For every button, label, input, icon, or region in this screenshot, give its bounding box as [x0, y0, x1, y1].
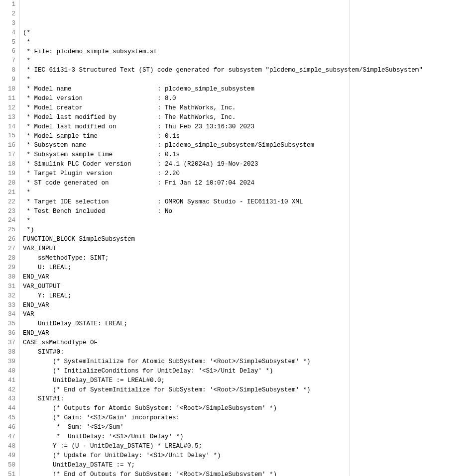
- line-number: 10: [0, 85, 19, 94]
- code-line[interactable]: * Model sample time : 0.1s: [23, 132, 475, 141]
- line-number: 31: [0, 282, 19, 291]
- line-number: 49: [0, 451, 19, 461]
- line-number: 12: [0, 103, 19, 113]
- line-number: 45: [0, 413, 19, 423]
- line-number: 34: [0, 310, 19, 319]
- code-line[interactable]: SINT#0:: [23, 348, 475, 357]
- line-number: 44: [0, 404, 19, 413]
- line-number: 38: [0, 348, 19, 357]
- code-line[interactable]: *: [23, 75, 475, 85]
- code-line[interactable]: (* End of SystemInitialize for SubSystem…: [23, 385, 475, 395]
- code-line[interactable]: *: [23, 216, 475, 226]
- code-line[interactable]: (* Update for UnitDelay: '<S1>/Unit Dela…: [23, 451, 475, 461]
- code-line[interactable]: * Model version : 8.0: [23, 94, 475, 103]
- code-line[interactable]: END_VAR: [23, 301, 475, 310]
- code-line[interactable]: * Target Plugin version : 2.20: [23, 169, 475, 179]
- code-content[interactable]: (* * * File: plcdemo_simple_subsystem.st…: [20, 0, 475, 476]
- line-number: 48: [0, 442, 19, 451]
- line-number: 19: [0, 169, 19, 179]
- code-line[interactable]: (* InitializeConditions for UnitDelay: '…: [23, 367, 475, 376]
- code-line[interactable]: Y: LREAL;: [23, 291, 475, 301]
- line-number: 4: [0, 28, 19, 38]
- line-number: 24: [0, 216, 19, 225]
- code-line[interactable]: * IEC 61131-3 Structured Text (ST) code …: [23, 66, 475, 75]
- line-number: 40: [0, 367, 19, 376]
- line-number: 42: [0, 385, 19, 395]
- code-line[interactable]: * UnitDelay: '<S1>/Unit Delay' *): [23, 432, 475, 442]
- code-line[interactable]: *): [23, 225, 475, 235]
- code-line[interactable]: * Model last modified on : Thu Feb 23 13…: [23, 122, 475, 132]
- code-line[interactable]: VAR_OUTPUT: [23, 282, 475, 291]
- line-number: 8: [0, 66, 19, 75]
- line-number: 9: [0, 75, 19, 85]
- line-number: 43: [0, 394, 19, 404]
- code-editor[interactable]: 1234567891011121314151617181920212223242…: [0, 0, 475, 476]
- code-line[interactable]: VAR_INPUT: [23, 244, 475, 254]
- line-number: 14: [0, 122, 19, 132]
- code-line[interactable]: * Target IDE selection : OMRON Sysmac St…: [23, 197, 475, 207]
- line-number: 46: [0, 423, 19, 432]
- line-number: 26: [0, 235, 19, 244]
- code-line[interactable]: SINT#1:: [23, 394, 475, 404]
- line-number: 36: [0, 329, 19, 338]
- line-number: 1: [0, 0, 19, 9]
- line-number: 17: [0, 150, 19, 160]
- code-line[interactable]: (* Gain: '<S1>/Gain' incorporates:: [23, 413, 475, 423]
- code-line[interactable]: Y := (U - UnitDelay_DSTATE) * LREAL#0.5;: [23, 442, 475, 451]
- code-line[interactable]: CASE ssMethodType OF: [23, 338, 475, 348]
- line-number: 27: [0, 244, 19, 254]
- line-number: 41: [0, 376, 19, 385]
- code-line[interactable]: * File: plcdemo_simple_subsystem.st: [23, 47, 475, 57]
- code-line[interactable]: * Subsystem name : plcdemo_simple_subsys…: [23, 141, 475, 150]
- code-line[interactable]: * Model last modified by : The MathWorks…: [23, 113, 475, 122]
- code-line[interactable]: END_VAR: [23, 273, 475, 282]
- line-number: 22: [0, 197, 19, 207]
- code-line[interactable]: * Model creator : The MathWorks, Inc.: [23, 103, 475, 113]
- code-line[interactable]: *: [23, 188, 475, 197]
- code-line[interactable]: (* SystemInitialize for Atomic SubSystem…: [23, 357, 475, 367]
- code-line[interactable]: * ST code generated on : Fri Jan 12 10:0…: [23, 179, 475, 188]
- line-number: 5: [0, 38, 19, 47]
- line-number: 2: [0, 9, 19, 19]
- line-number: 51: [0, 470, 19, 476]
- code-line[interactable]: UnitDelay_DSTATE: LREAL;: [23, 319, 475, 329]
- code-line[interactable]: * Simulink PLC Coder version : 24.1 (R20…: [23, 160, 475, 169]
- code-line[interactable]: * Test Bench included : No: [23, 207, 475, 216]
- code-line[interactable]: ssMethodType: SINT;: [23, 254, 475, 263]
- line-number: 35: [0, 319, 19, 329]
- line-number: 3: [0, 19, 19, 28]
- line-number: 6: [0, 47, 19, 56]
- line-number: 37: [0, 338, 19, 348]
- line-number-gutter: 1234567891011121314151617181920212223242…: [0, 0, 20, 476]
- line-number: 39: [0, 357, 19, 367]
- code-line[interactable]: * Sum: '<S1>/Sum': [23, 423, 475, 432]
- line-number: 21: [0, 188, 19, 197]
- line-number: 15: [0, 131, 19, 141]
- code-line[interactable]: VAR: [23, 310, 475, 319]
- code-line[interactable]: END_VAR: [23, 329, 475, 338]
- line-number: 18: [0, 160, 19, 169]
- code-line[interactable]: FUNCTION_BLOCK SimpleSubsystem: [23, 235, 475, 244]
- line-number: 11: [0, 94, 19, 103]
- line-number: 20: [0, 179, 19, 188]
- line-number: 50: [0, 461, 19, 470]
- code-line[interactable]: * Model name : plcdemo_simple_subsystem: [23, 85, 475, 94]
- line-number: 32: [0, 291, 19, 301]
- line-number: 30: [0, 273, 19, 282]
- code-line[interactable]: U: LREAL;: [23, 263, 475, 273]
- code-line[interactable]: UnitDelay_DSTATE := Y;: [23, 461, 475, 470]
- line-number: 25: [0, 225, 19, 235]
- code-line[interactable]: * Subsystem sample time : 0.1s: [23, 150, 475, 160]
- code-line[interactable]: *: [23, 56, 475, 66]
- line-number: 33: [0, 301, 19, 310]
- line-number: 29: [0, 263, 19, 273]
- code-line[interactable]: *: [23, 38, 475, 47]
- line-number: 28: [0, 254, 19, 263]
- line-number: 47: [0, 432, 19, 442]
- code-line[interactable]: (* End of Outputs for SubSystem: '<Root>…: [23, 470, 475, 476]
- line-number: 23: [0, 207, 19, 216]
- code-line[interactable]: (* Outputs for Atomic SubSystem: '<Root>…: [23, 404, 475, 413]
- code-line[interactable]: (*: [23, 28, 475, 38]
- code-line[interactable]: UnitDelay_DSTATE := LREAL#0.0;: [23, 376, 475, 385]
- line-number: 7: [0, 56, 19, 66]
